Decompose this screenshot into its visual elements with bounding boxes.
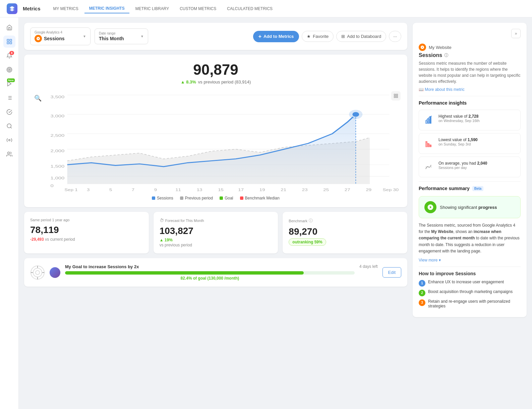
insight-card-average: On average, you had 2,040 Sessions per d… xyxy=(419,157,521,177)
svg-text:1,000: 1,000 xyxy=(50,176,64,180)
insight-card-highest: Highest value of 2,728 on Wednesday, Sep… xyxy=(419,110,521,130)
svg-text:3,000: 3,000 xyxy=(50,114,64,118)
alerts-badge: 8 xyxy=(9,51,14,55)
highest-icon xyxy=(423,114,435,126)
svg-point-5 xyxy=(8,68,11,71)
favorite-label: Favorite xyxy=(313,34,329,39)
goal-edit-button[interactable]: Edit xyxy=(382,267,401,278)
svg-point-14 xyxy=(7,124,11,128)
svg-marker-7 xyxy=(7,81,11,86)
legend-prev-label: Previous period xyxy=(185,196,213,200)
progress-text: Showing significant progress xyxy=(440,205,497,210)
goal-progress-fill xyxy=(65,271,304,275)
svg-rect-0 xyxy=(7,39,9,41)
goal-avatar xyxy=(50,267,60,278)
panel-collapse-button[interactable]: » xyxy=(511,29,521,38)
date-range-selector[interactable]: Date range This Month ▼ xyxy=(95,28,148,44)
step-circle-1: 1 xyxy=(419,280,425,287)
divider-2 xyxy=(419,181,521,182)
pct-change: ▲ 8.3% xyxy=(181,79,196,84)
tab-my-metrics[interactable]: MY METRICS xyxy=(49,4,83,13)
more-about-metric-link[interactable]: 📖 More about this metric xyxy=(419,87,521,92)
svg-rect-3 xyxy=(7,42,9,44)
more-options-button[interactable]: ··· xyxy=(389,31,401,42)
stat-value-forecast: 103,827 xyxy=(160,226,272,236)
stat-delta-text-forecast: vs previous period xyxy=(160,243,192,247)
svg-rect-1 xyxy=(10,39,11,41)
chart-icon-button[interactable] xyxy=(391,91,401,101)
divider-3 xyxy=(419,267,521,267)
svg-rect-59 xyxy=(430,117,431,123)
perf-insights-title: Performance insights xyxy=(419,100,521,106)
svg-text:23: 23 xyxy=(302,188,308,192)
add-to-metrics-button[interactable]: + Add to Metrics xyxy=(253,31,299,42)
svg-text:11: 11 xyxy=(175,188,181,192)
nav-tabs: MY METRICS METRIC INSIGHTS METRIC LIBRAR… xyxy=(49,4,278,13)
sidebar-icon-dashboard[interactable] xyxy=(3,36,15,48)
view-more-button[interactable]: View more ▾ xyxy=(419,258,441,262)
goal-days-left: 4 days left xyxy=(359,264,378,269)
sidebar-icon-video[interactable]: New xyxy=(3,78,15,90)
chart-card: 90,879 ▲ 8.3% vs previous period (83,914… xyxy=(24,55,407,207)
svg-text:29: 29 xyxy=(366,188,371,192)
svg-text:3: 3 xyxy=(87,188,90,192)
tab-custom-metrics[interactable]: CUSTOM METRICS xyxy=(175,4,221,13)
sidebar-icon-team[interactable] xyxy=(3,148,15,160)
metric-title-info-icon[interactable]: ⓘ xyxy=(444,53,448,58)
svg-text:27: 27 xyxy=(345,188,350,192)
sidebar-icon-reports[interactable] xyxy=(3,92,15,104)
svg-point-16 xyxy=(8,139,10,141)
svg-rect-18 xyxy=(394,94,396,96)
tab-metric-library[interactable]: METRIC LIBRARY xyxy=(131,4,174,13)
svg-text:Sep 1: Sep 1 xyxy=(64,188,77,192)
svg-rect-21 xyxy=(396,96,398,98)
goal-info: My Goal to increase Sessions by 2x 82.4%… xyxy=(65,264,355,281)
svg-text:3,500: 3,500 xyxy=(50,95,64,99)
sidebar-icon-home[interactable] xyxy=(3,21,15,34)
favorite-button[interactable]: ★ Favorite xyxy=(302,31,334,42)
stats-row: Same period 1 year ago 78,119 -29,493 vs… xyxy=(24,212,407,253)
stat-delta-forecast: ▲ 19% xyxy=(160,238,272,242)
tab-metric-insights[interactable]: METRIC INSIGHTS xyxy=(84,4,129,13)
metric-dropdown-arrow: ▼ xyxy=(83,35,86,38)
right-panel: » My Website Sessions ⓘ Sessions metric … xyxy=(413,23,527,317)
chart-legend: Sessions Previous period Goal Benchmark … xyxy=(31,196,401,200)
improve-item-1: 1 Enhance UX to increase user engagement xyxy=(419,280,521,287)
chart-area: 🔍 3,500 3,000 2,500 2,000 1,500 1,000 0 xyxy=(31,91,401,192)
svg-rect-20 xyxy=(394,96,396,98)
stat-label-benchmark: Benchmark ⓘ xyxy=(289,218,401,224)
chevron-down-icon: ▾ xyxy=(439,258,441,262)
legend-goal-label: Goal xyxy=(225,196,233,200)
sidebar-icon-alerts[interactable]: 8 xyxy=(3,50,15,62)
benchmark-badge: outranking 59% xyxy=(289,238,326,246)
legend-prev: Previous period xyxy=(180,196,213,200)
sidebar-icon-search[interactable] xyxy=(3,120,15,132)
svg-rect-19 xyxy=(396,94,398,96)
star-icon: ★ xyxy=(307,34,311,39)
improve-item-3: 3 Retain and re-engage users with person… xyxy=(419,299,521,308)
sidebar-icon-discover[interactable] xyxy=(3,106,15,118)
sidebar-icon-goals[interactable] xyxy=(3,64,15,76)
svg-text:1,500: 1,500 xyxy=(50,164,64,169)
metric-title-right: Sessions ⓘ xyxy=(419,52,521,58)
lowest-text: Lowest value of 1,590 xyxy=(438,137,478,142)
goal-progress-bar xyxy=(65,271,355,275)
zoom-icon[interactable]: 🔍 xyxy=(34,95,42,102)
metric-selector[interactable]: Google Analytics 4 Sessions ▼ xyxy=(30,27,91,45)
svg-text:5: 5 xyxy=(109,188,112,192)
progress-card: Showing significant progress xyxy=(419,196,521,218)
goal-card: My Goal to increase Sessions by 2x 82.4%… xyxy=(24,258,407,287)
svg-text:21: 21 xyxy=(281,188,286,192)
metric-header: Google Analytics 4 Sessions ▼ Date range… xyxy=(24,23,407,50)
stat-label-year-ago: Same period 1 year ago xyxy=(30,218,143,222)
average-sub: Sessions per day xyxy=(438,166,487,170)
svg-text:7: 7 xyxy=(132,188,134,192)
stat-delta-text-year-ago: vs current period xyxy=(45,237,75,242)
legend-sessions-label: Sessions xyxy=(157,196,173,200)
date-label: Date range xyxy=(99,32,138,35)
add-to-databoard-button[interactable]: ⊞ Add to Databoard xyxy=(336,31,386,42)
tab-calculated-metrics[interactable]: CALCULATED METRICS xyxy=(222,4,277,13)
sidebar-icon-integrations[interactable] xyxy=(3,134,15,146)
databoard-label: Add to Databoard xyxy=(347,34,381,39)
databoard-icon: ⊞ xyxy=(341,34,345,39)
